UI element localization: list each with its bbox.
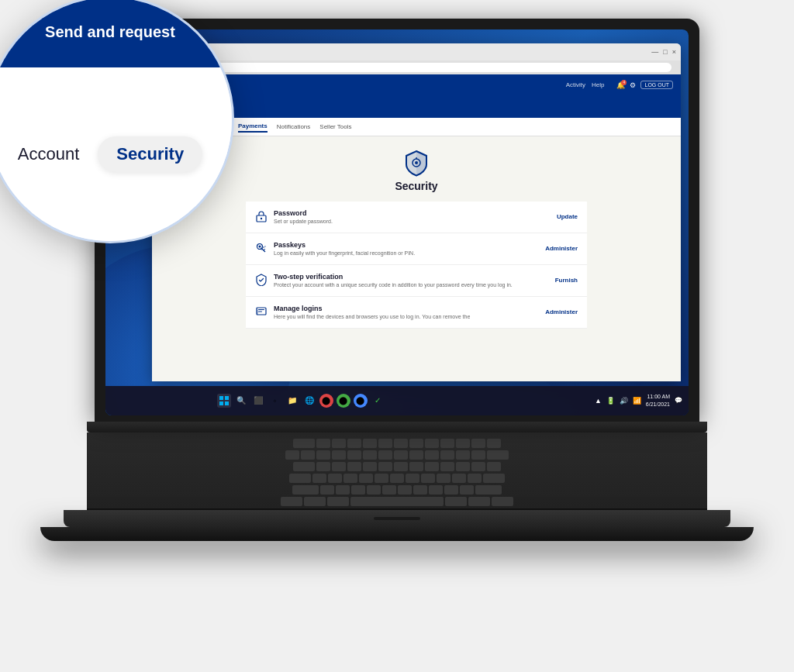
nav-help[interactable]: Help [592,81,604,88]
key-rshift [475,485,502,495]
zoom-security-label: Security [116,144,184,164]
key-d [343,474,357,483]
key-ralt [445,497,467,506]
key-f5 [378,439,392,448]
key-j [406,474,419,483]
logout-button[interactable]: LOG OUT [640,81,673,89]
key-f [359,474,373,483]
checkmark-icon[interactable]: ✓ [371,394,385,408]
keyboard-row-2 [102,450,692,460]
key-lbrace [471,462,485,471]
key-enter [483,474,505,483]
key-s [328,474,342,483]
settings-icon[interactable]: ⚙ [630,81,636,89]
nav-links: Activity Help [566,81,605,88]
key-q [316,462,330,471]
key-f8 [425,439,439,448]
taskbar-date-display: 6/21/2021 [646,401,670,408]
close-icon[interactable]: × [672,48,676,56]
svg-rect-13 [257,309,258,315]
keyboard-row-3 [102,462,692,471]
laptop-base-top [64,510,730,527]
key-b [382,485,396,495]
svg-rect-14 [219,396,223,400]
keyboard-row-4 [102,474,692,483]
key-m [413,485,427,495]
maximize-icon[interactable]: □ [663,48,667,56]
key-1 [301,450,315,460]
password-action[interactable]: Update [557,213,578,220]
key-rbrace [487,462,501,471]
key-a [312,474,326,483]
keyboard-row-1 [102,439,692,448]
key-x [336,485,350,495]
key-9 [425,450,439,460]
browser-titlebar: — □ × [152,43,681,60]
key-comma [429,485,443,495]
key-minus [456,450,470,460]
svg-rect-12 [258,311,262,312]
subtab-notifications[interactable]: Notifications [277,122,311,132]
key-2 [316,450,330,460]
app3-icon[interactable]: ⬤ [354,394,368,408]
logins-icon [255,305,268,318]
network-icon: 📶 [633,397,641,405]
notification-taskbar-icon[interactable]: 💬 [675,397,682,404]
browser-addressbar: ◀ ▶ [152,60,681,74]
notification-icon[interactable]: 🔔 4 [616,81,625,89]
security-shield-icon [402,149,430,177]
key-t [378,462,392,471]
key-f10 [456,439,470,448]
svg-rect-17 [225,401,229,405]
taskbar-time-display: 11:00 AM [646,393,670,401]
twostep-icon [255,274,268,286]
windows-taskbar: 🔍 ⬛ ⬦ 📁 🌐 ⬤ ⬤ ⬤ ✓ ▲ 🔋 🔊 📶 [105,386,689,415]
key-f9 [440,439,454,448]
key-slash [460,485,474,495]
taskview-icon[interactable]: ⬛ [251,394,265,408]
key-0 [440,450,454,460]
twostep-item-text: Two-step verification Protect your accou… [274,273,549,288]
svg-point-9 [264,246,266,247]
key-5 [363,450,377,460]
address-bar[interactable] [172,63,671,72]
passkeys-item-text: Passkeys Log in easily with your fingerp… [274,241,539,257]
key-7 [394,450,408,460]
minimize-icon[interactable]: — [651,48,658,56]
app2-icon[interactable]: ⬤ [337,394,350,408]
key-space [350,497,444,506]
key-f1 [316,439,330,448]
twostep-desc: Protect your account with a unique secur… [274,281,549,288]
edge-icon[interactable]: 🌐 [302,394,316,408]
app1-icon[interactable]: ⬤ [319,394,333,408]
key-i [425,462,439,471]
key-l [437,474,451,483]
search-taskbar-icon[interactable]: 🔍 [234,394,248,408]
nav-activity[interactable]: Activity [566,81,585,88]
key-backtick [285,450,299,460]
key-g [375,474,388,483]
key-e [347,462,361,471]
explorer-icon[interactable]: 📁 [285,394,299,408]
key-z [320,485,334,495]
password-desc: Set or update password. [274,218,551,225]
subtab-seller-tools[interactable]: Seller Tools [319,122,351,132]
logins-action[interactable]: Administer [545,308,578,315]
taskbar-clock: 11:00 AM 6/21/2021 [646,393,670,408]
svg-rect-16 [219,401,223,405]
security-item-passkeys: Passkeys Log in easily with your fingerp… [246,233,587,265]
passkeys-action[interactable]: Administer [545,245,578,252]
passkey-icon [255,242,268,254]
twostep-action[interactable]: Furnish [555,277,578,284]
start-button[interactable] [217,394,231,408]
taskbar-right: ▲ 🔋 🔊 📶 11:00 AM 6/21/2021 💬 [595,393,682,408]
subtab-payments[interactable]: Payments [238,121,268,133]
key-caps [289,474,311,483]
keyboard-row-5 [102,485,692,495]
volume-icon: 🔊 [620,397,628,405]
key-lalt [327,497,349,506]
widgets-icon[interactable]: ⬦ [268,394,282,408]
wifi-icon: ▲ [595,397,602,405]
key-backspace [487,450,509,460]
trackpad[interactable] [374,517,420,520]
